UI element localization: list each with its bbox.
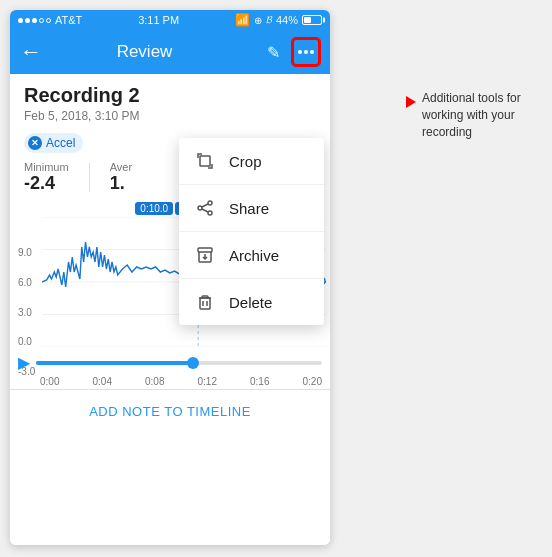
chart-badge-start: 0:10.0 (135, 202, 173, 215)
timeline-thumb[interactable] (187, 357, 199, 369)
status-bar: AT&T 3:11 PM 📶 ⊕ 𝓑 44% (10, 10, 330, 30)
nav-title: Review (22, 42, 267, 62)
dot-3 (310, 50, 314, 54)
add-note-button[interactable]: ADD NOTE TO TIMELINE (89, 404, 251, 419)
annotation: Additional tools for working with your r… (406, 90, 542, 140)
signal-dot-5 (46, 18, 51, 23)
phone-frame: AT&T 3:11 PM 📶 ⊕ 𝓑 44% ← Review ✎ (10, 10, 330, 545)
signal-dot-2 (25, 18, 30, 23)
content-area: Recording 2 Feb 5, 2018, 3:10 PM ✕ Accel… (10, 74, 330, 545)
more-button[interactable] (292, 38, 320, 66)
y-label-neg3: -3.0 (18, 366, 35, 377)
location-icon: ⊕ (254, 15, 262, 26)
y-label-6: 6.0 (18, 277, 35, 288)
time-0:12: 0:12 (198, 376, 217, 387)
edit-button[interactable]: ✎ (267, 43, 280, 62)
nav-actions: ✎ (267, 38, 320, 66)
average-value: 1. (110, 173, 132, 194)
stat-minimum: Minimum -2.4 (24, 161, 69, 194)
carrier-label: AT&T (55, 14, 82, 26)
time-label: 3:11 PM (138, 14, 179, 26)
crop-icon (195, 151, 215, 171)
delete-icon (195, 292, 215, 312)
sensor-x-icon: ✕ (28, 136, 42, 150)
svg-line-12 (202, 204, 208, 207)
dot-1 (298, 50, 302, 54)
battery-icon (302, 15, 322, 25)
dot-2 (304, 50, 308, 54)
svg-point-9 (208, 201, 212, 205)
status-right: 📶 ⊕ 𝓑 44% (235, 13, 322, 27)
svg-rect-8 (200, 156, 210, 166)
recording-header: Recording 2 Feb 5, 2018, 3:10 PM (10, 74, 330, 129)
add-note-section: ADD NOTE TO TIMELINE (10, 389, 330, 432)
more-dots-icon (298, 50, 314, 54)
stat-average: Aver 1. (110, 161, 132, 194)
menu-crop-label: Crop (229, 153, 262, 170)
signal-dot-1 (18, 18, 23, 23)
sensor-label: Accel (46, 136, 75, 150)
bluetooth-icon: 𝓑 (266, 14, 272, 26)
y-axis-labels: 9.0 6.0 3.0 0.0 -3.0 (18, 247, 35, 377)
time-labels: 0:00 0:04 0:08 0:12 0:16 0:20 (10, 374, 330, 389)
menu-archive-label: Archive (229, 247, 279, 264)
signal-dot-4 (39, 18, 44, 23)
y-label-0: 0.0 (18, 336, 35, 347)
nav-bar: ← Review ✎ (10, 30, 330, 74)
menu-item-share[interactable]: Share (179, 185, 324, 232)
recording-title: Recording 2 (24, 84, 316, 107)
timeline-bar[interactable] (36, 361, 322, 365)
svg-line-13 (202, 209, 208, 212)
timeline-row: ▶ (10, 351, 330, 374)
menu-delete-label: Delete (229, 294, 272, 311)
signal-dot-3 (32, 18, 37, 23)
share-icon (195, 198, 215, 218)
minimum-label: Minimum (24, 161, 69, 173)
timeline-fill (36, 361, 193, 365)
time-0:08: 0:08 (145, 376, 164, 387)
menu-item-delete[interactable]: Delete (179, 279, 324, 325)
battery-label: 44% (276, 14, 298, 26)
battery-fill (304, 17, 311, 23)
stat-divider (89, 163, 90, 192)
menu-share-label: Share (229, 200, 269, 217)
minimum-value: -2.4 (24, 173, 69, 194)
time-0:00: 0:00 (40, 376, 59, 387)
average-label: Aver (110, 161, 132, 173)
signal-dots (18, 18, 51, 23)
svg-rect-16 (200, 298, 210, 309)
annotation-text: Additional tools for working with your r… (422, 90, 542, 140)
annotation-arrow (406, 96, 416, 108)
status-left: AT&T (18, 14, 82, 26)
wifi-icon: 📶 (235, 13, 250, 27)
time-0:04: 0:04 (93, 376, 112, 387)
sensor-chip: ✕ Accel (24, 133, 83, 153)
y-label-3: 3.0 (18, 307, 35, 318)
y-label-9: 9.0 (18, 247, 35, 258)
svg-point-11 (208, 211, 212, 215)
dropdown-menu: Crop Share (179, 138, 324, 325)
time-0:16: 0:16 (250, 376, 269, 387)
menu-item-archive[interactable]: Archive (179, 232, 324, 279)
recording-date: Feb 5, 2018, 3:10 PM (24, 109, 316, 123)
svg-rect-14 (198, 248, 212, 252)
time-0:20: 0:20 (303, 376, 322, 387)
archive-icon (195, 245, 215, 265)
svg-point-10 (198, 206, 202, 210)
menu-item-crop[interactable]: Crop (179, 138, 324, 185)
